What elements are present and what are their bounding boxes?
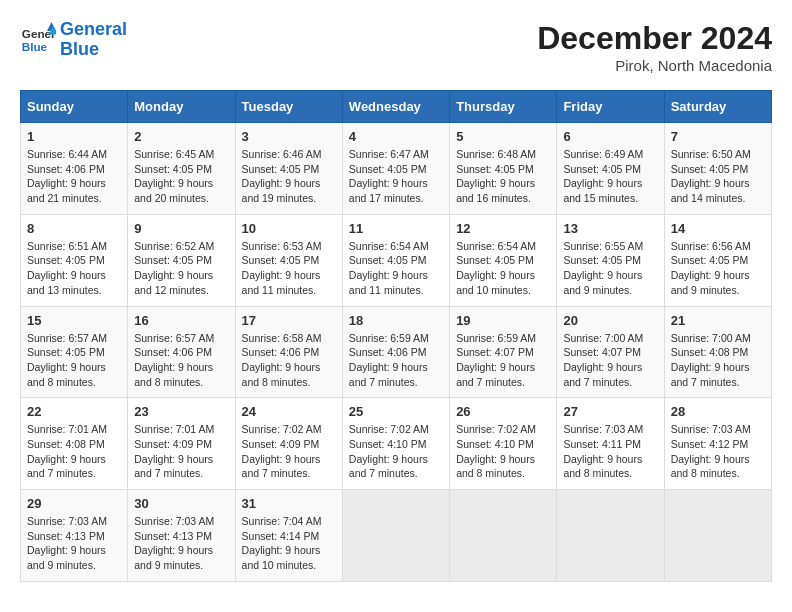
day-number: 20 — [563, 313, 657, 328]
day-info: Sunrise: 7:03 AMSunset: 4:13 PMDaylight:… — [27, 514, 121, 573]
day-info: Sunrise: 6:56 AMSunset: 4:05 PMDaylight:… — [671, 239, 765, 298]
day-number: 5 — [456, 129, 550, 144]
calendar-day: 7 Sunrise: 6:50 AMSunset: 4:05 PMDayligh… — [664, 123, 771, 215]
calendar-day: 30 Sunrise: 7:03 AMSunset: 4:13 PMDaylig… — [128, 490, 235, 582]
day-number: 12 — [456, 221, 550, 236]
day-info: Sunrise: 7:01 AMSunset: 4:09 PMDaylight:… — [134, 422, 228, 481]
day-info: Sunrise: 7:00 AMSunset: 4:08 PMDaylight:… — [671, 331, 765, 390]
day-info: Sunrise: 6:52 AMSunset: 4:05 PMDaylight:… — [134, 239, 228, 298]
day-number: 4 — [349, 129, 443, 144]
logo: General Blue GeneralBlue — [20, 20, 127, 60]
calendar-day: 17 Sunrise: 6:58 AMSunset: 4:06 PMDaylig… — [235, 306, 342, 398]
day-info: Sunrise: 7:02 AMSunset: 4:10 PMDaylight:… — [349, 422, 443, 481]
calendar-day: 16 Sunrise: 6:57 AMSunset: 4:06 PMDaylig… — [128, 306, 235, 398]
calendar-day: 3 Sunrise: 6:46 AMSunset: 4:05 PMDayligh… — [235, 123, 342, 215]
day-info: Sunrise: 6:47 AMSunset: 4:05 PMDaylight:… — [349, 147, 443, 206]
day-info: Sunrise: 7:03 AMSunset: 4:11 PMDaylight:… — [563, 422, 657, 481]
day-number: 24 — [242, 404, 336, 419]
day-info: Sunrise: 6:53 AMSunset: 4:05 PMDaylight:… — [242, 239, 336, 298]
day-number: 30 — [134, 496, 228, 511]
calendar-day: 11 Sunrise: 6:54 AMSunset: 4:05 PMDaylig… — [342, 214, 449, 306]
calendar-day: 22 Sunrise: 7:01 AMSunset: 4:08 PMDaylig… — [21, 398, 128, 490]
calendar-day: 24 Sunrise: 7:02 AMSunset: 4:09 PMDaylig… — [235, 398, 342, 490]
day-number: 3 — [242, 129, 336, 144]
weekday-header-row: SundayMondayTuesdayWednesdayThursdayFrid… — [21, 91, 772, 123]
calendar-week-2: 8 Sunrise: 6:51 AMSunset: 4:05 PMDayligh… — [21, 214, 772, 306]
day-info: Sunrise: 6:54 AMSunset: 4:05 PMDaylight:… — [456, 239, 550, 298]
day-number: 6 — [563, 129, 657, 144]
logo-icon: General Blue — [20, 22, 56, 58]
day-info: Sunrise: 6:58 AMSunset: 4:06 PMDaylight:… — [242, 331, 336, 390]
day-number: 22 — [27, 404, 121, 419]
calendar-day: 2 Sunrise: 6:45 AMSunset: 4:05 PMDayligh… — [128, 123, 235, 215]
day-number: 26 — [456, 404, 550, 419]
calendar-day: 28 Sunrise: 7:03 AMSunset: 4:12 PMDaylig… — [664, 398, 771, 490]
day-number: 25 — [349, 404, 443, 419]
day-info: Sunrise: 7:03 AMSunset: 4:13 PMDaylight:… — [134, 514, 228, 573]
svg-text:Blue: Blue — [22, 40, 48, 53]
logo-text: GeneralBlue — [60, 20, 127, 60]
day-info: Sunrise: 6:45 AMSunset: 4:05 PMDaylight:… — [134, 147, 228, 206]
day-number: 11 — [349, 221, 443, 236]
calendar-day: 19 Sunrise: 6:59 AMSunset: 4:07 PMDaylig… — [450, 306, 557, 398]
day-info: Sunrise: 6:50 AMSunset: 4:05 PMDaylight:… — [671, 147, 765, 206]
calendar-day: 29 Sunrise: 7:03 AMSunset: 4:13 PMDaylig… — [21, 490, 128, 582]
calendar-day: 13 Sunrise: 6:55 AMSunset: 4:05 PMDaylig… — [557, 214, 664, 306]
day-number: 14 — [671, 221, 765, 236]
calendar-day — [450, 490, 557, 582]
weekday-tuesday: Tuesday — [235, 91, 342, 123]
weekday-thursday: Thursday — [450, 91, 557, 123]
day-number: 1 — [27, 129, 121, 144]
calendar-day — [342, 490, 449, 582]
weekday-monday: Monday — [128, 91, 235, 123]
day-number: 8 — [27, 221, 121, 236]
day-info: Sunrise: 6:59 AMSunset: 4:06 PMDaylight:… — [349, 331, 443, 390]
location-subtitle: Pirok, North Macedonia — [537, 57, 772, 74]
calendar-day: 12 Sunrise: 6:54 AMSunset: 4:05 PMDaylig… — [450, 214, 557, 306]
calendar-day: 1 Sunrise: 6:44 AMSunset: 4:06 PMDayligh… — [21, 123, 128, 215]
calendar-week-5: 29 Sunrise: 7:03 AMSunset: 4:13 PMDaylig… — [21, 490, 772, 582]
calendar-body: 1 Sunrise: 6:44 AMSunset: 4:06 PMDayligh… — [21, 123, 772, 582]
calendar-week-3: 15 Sunrise: 6:57 AMSunset: 4:05 PMDaylig… — [21, 306, 772, 398]
calendar-day: 23 Sunrise: 7:01 AMSunset: 4:09 PMDaylig… — [128, 398, 235, 490]
calendar-week-1: 1 Sunrise: 6:44 AMSunset: 4:06 PMDayligh… — [21, 123, 772, 215]
calendar-day: 6 Sunrise: 6:49 AMSunset: 4:05 PMDayligh… — [557, 123, 664, 215]
day-number: 31 — [242, 496, 336, 511]
day-info: Sunrise: 6:59 AMSunset: 4:07 PMDaylight:… — [456, 331, 550, 390]
calendar-day: 4 Sunrise: 6:47 AMSunset: 4:05 PMDayligh… — [342, 123, 449, 215]
weekday-friday: Friday — [557, 91, 664, 123]
day-info: Sunrise: 6:51 AMSunset: 4:05 PMDaylight:… — [27, 239, 121, 298]
calendar-day: 14 Sunrise: 6:56 AMSunset: 4:05 PMDaylig… — [664, 214, 771, 306]
day-info: Sunrise: 6:57 AMSunset: 4:05 PMDaylight:… — [27, 331, 121, 390]
weekday-sunday: Sunday — [21, 91, 128, 123]
calendar-day — [664, 490, 771, 582]
day-info: Sunrise: 6:57 AMSunset: 4:06 PMDaylight:… — [134, 331, 228, 390]
day-info: Sunrise: 6:48 AMSunset: 4:05 PMDaylight:… — [456, 147, 550, 206]
calendar-table: SundayMondayTuesdayWednesdayThursdayFrid… — [20, 90, 772, 582]
day-info: Sunrise: 6:44 AMSunset: 4:06 PMDaylight:… — [27, 147, 121, 206]
day-number: 28 — [671, 404, 765, 419]
day-info: Sunrise: 6:54 AMSunset: 4:05 PMDaylight:… — [349, 239, 443, 298]
day-info: Sunrise: 7:01 AMSunset: 4:08 PMDaylight:… — [27, 422, 121, 481]
day-info: Sunrise: 6:55 AMSunset: 4:05 PMDaylight:… — [563, 239, 657, 298]
day-number: 13 — [563, 221, 657, 236]
day-number: 29 — [27, 496, 121, 511]
day-number: 2 — [134, 129, 228, 144]
day-info: Sunrise: 7:03 AMSunset: 4:12 PMDaylight:… — [671, 422, 765, 481]
calendar-day: 27 Sunrise: 7:03 AMSunset: 4:11 PMDaylig… — [557, 398, 664, 490]
calendar-day — [557, 490, 664, 582]
calendar-day: 15 Sunrise: 6:57 AMSunset: 4:05 PMDaylig… — [21, 306, 128, 398]
day-info: Sunrise: 7:04 AMSunset: 4:14 PMDaylight:… — [242, 514, 336, 573]
day-number: 23 — [134, 404, 228, 419]
calendar-day: 9 Sunrise: 6:52 AMSunset: 4:05 PMDayligh… — [128, 214, 235, 306]
calendar-day: 10 Sunrise: 6:53 AMSunset: 4:05 PMDaylig… — [235, 214, 342, 306]
day-number: 27 — [563, 404, 657, 419]
day-number: 9 — [134, 221, 228, 236]
calendar-day: 20 Sunrise: 7:00 AMSunset: 4:07 PMDaylig… — [557, 306, 664, 398]
page-header: General Blue GeneralBlue December 2024 P… — [20, 20, 772, 74]
calendar-week-4: 22 Sunrise: 7:01 AMSunset: 4:08 PMDaylig… — [21, 398, 772, 490]
month-year-title: December 2024 — [537, 20, 772, 57]
day-info: Sunrise: 7:00 AMSunset: 4:07 PMDaylight:… — [563, 331, 657, 390]
day-info: Sunrise: 7:02 AMSunset: 4:09 PMDaylight:… — [242, 422, 336, 481]
day-number: 10 — [242, 221, 336, 236]
